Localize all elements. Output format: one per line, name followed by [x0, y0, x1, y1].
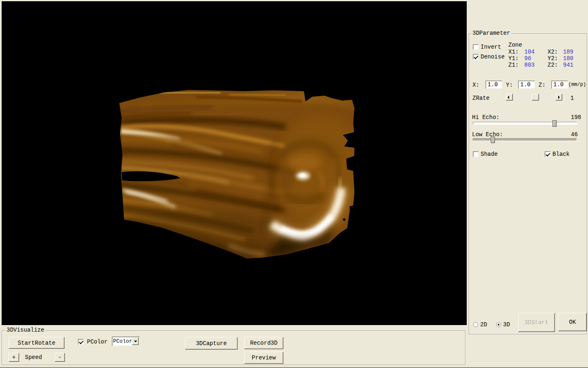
start-rotate-button[interactable]: StartRotate [9, 337, 65, 349]
pcolor-dropdown[interactable]: PColor [112, 337, 140, 346]
zone-x2-value: 189 [563, 49, 573, 55]
preview-button[interactable]: Preview [244, 352, 283, 364]
zone-y2-label: Y2: [548, 56, 558, 62]
zone-z2-value: 941 [563, 62, 573, 68]
ultrasound-volume [2, 1, 467, 325]
low-echo-label: Low Echo: [472, 132, 503, 138]
3d-radio[interactable] [496, 322, 501, 327]
hi-echo-thumb[interactable] [552, 120, 557, 127]
scale-unit-label: (mm/p) [568, 82, 586, 88]
pcolor-dropdown-value: PColor [113, 338, 132, 344]
3dcapture-button[interactable]: 3DCapture [185, 337, 238, 350]
low-echo-slider[interactable] [473, 138, 577, 141]
zone-z1-value: 803 [524, 62, 535, 68]
low-echo-value: 46 [571, 132, 578, 138]
zone-x1-value: 104 [524, 49, 535, 55]
hi-echo-value: 198 [571, 114, 581, 121]
black-label: Black [552, 151, 570, 157]
3d-viewport[interactable] [2, 1, 467, 325]
zrate-label: ZRate [472, 95, 490, 101]
3d-radio-label: 3D [503, 322, 510, 328]
invert-label: Invert [481, 44, 501, 50]
zone-x2-label: X2: [548, 49, 558, 55]
hi-echo-label: Hi Echo: [472, 114, 499, 121]
denoise-label: Denoise [481, 54, 505, 60]
ok-button[interactable]: OK [558, 313, 587, 331]
black-checkbox[interactable] [545, 151, 550, 157]
zone-y1-label: Y1: [508, 56, 519, 62]
y-scale-input[interactable]: 1.0 [518, 81, 535, 89]
zrate-right-arrow[interactable] [555, 94, 562, 101]
x-scale-label: X: [472, 82, 479, 88]
panel-3dparameter-title: 3DParameter [471, 30, 511, 36]
speed-label: Speed [25, 355, 42, 361]
zone-y1-value: 96 [524, 56, 531, 62]
zrate-value: 1 [570, 95, 574, 101]
speed-minus-button[interactable]: - [55, 353, 65, 362]
invert-checkbox[interactable] [473, 44, 479, 50]
zrate-left-arrow[interactable] [506, 94, 513, 101]
zone-z1-label: Z1: [508, 62, 519, 68]
pcolor-checkbox[interactable] [78, 339, 84, 345]
panel-3dvisualize-title: 3DVisualize [5, 327, 45, 333]
panel-3dparameter: 3DParameter Invert Denoise Zone X1: 104 … [469, 34, 587, 334]
zone-z2-label: Z2: [548, 62, 558, 68]
zrate-thumb[interactable] [532, 94, 539, 101]
pcolor-dropdown-arrow[interactable] [132, 337, 139, 345]
z-scale-input[interactable]: 1.0 [551, 81, 568, 89]
2d-radio-label: 2D [480, 322, 487, 328]
shade-checkbox[interactable] [473, 151, 479, 157]
3dstart-button[interactable]: 3DStart [518, 313, 555, 332]
x-scale-input[interactable]: 1.0 [486, 81, 502, 89]
app-window: { "param_panel": { "title": "3DParameter… [0, 0, 588, 368]
zone-title: Zone [508, 42, 522, 48]
pcolor-label: PColor [87, 339, 107, 345]
z-scale-label: Z: [539, 82, 546, 88]
hi-echo-slider[interactable] [473, 122, 577, 125]
low-echo-thumb[interactable] [491, 137, 495, 143]
y-scale-label: Y: [506, 82, 513, 88]
2d-radio[interactable] [473, 322, 478, 327]
speed-plus-button[interactable]: + [9, 353, 19, 362]
denoise-checkbox[interactable] [473, 54, 479, 60]
zone-y2-value: 180 [563, 56, 573, 62]
record3d-button[interactable]: Record3D [244, 337, 283, 349]
shade-label: Shade [481, 151, 498, 157]
zone-x1-label: X1: [508, 49, 519, 55]
zrate-scrollbar[interactable] [506, 94, 562, 101]
panel-3dvisualize: 3DVisualize StartRotate + Speed - PColor… [2, 330, 466, 365]
